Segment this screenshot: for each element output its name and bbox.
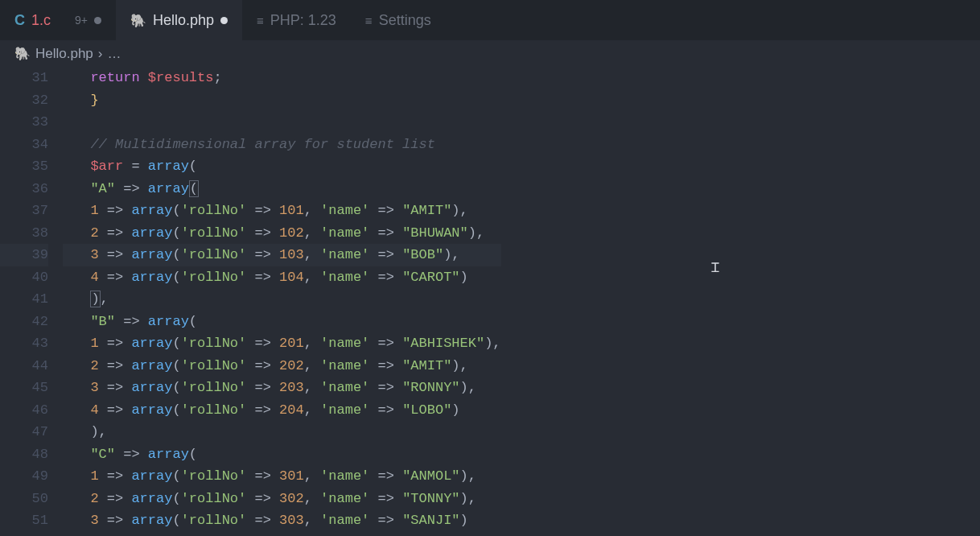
gutter: 3132333435363738394041424344454647484950…: [0, 67, 63, 532]
line-number: 41: [0, 288, 48, 311]
code-line[interactable]: "B" => array(: [63, 311, 501, 333]
line-number: 32: [0, 89, 48, 112]
line-number: 36: [0, 178, 48, 200]
lines-icon: ≡: [365, 14, 373, 27]
code-line[interactable]: 1 => array('rollNo' => 301, 'name' => "A…: [63, 465, 501, 488]
tab-label: Hello.php: [153, 12, 214, 29]
lines-icon: ≡: [257, 14, 264, 27]
code-line[interactable]: "A" => array(: [63, 178, 501, 200]
code-line[interactable]: ),: [63, 421, 501, 443]
code-line[interactable]: 1 => array('rollNo' => 201, 'name' => "A…: [63, 332, 501, 355]
line-number: 31: [0, 67, 48, 89]
line-number: 33: [0, 111, 48, 134]
code-line[interactable]: }: [63, 89, 501, 112]
line-number: 35: [0, 155, 48, 178]
tab-dirty-dot: [220, 17, 228, 24]
line-number: 50: [0, 488, 48, 510]
code-line[interactable]: return $results;: [63, 67, 501, 89]
tab-label: PHP: 1.23: [270, 12, 336, 29]
tab-settings[interactable]: ≡ Settings: [351, 0, 446, 40]
breadcrumb-sep: ›: [98, 46, 103, 62]
tab-hello-php[interactable]: 🐘 Hello.php: [116, 0, 242, 40]
line-number: 42: [0, 311, 48, 333]
code-line[interactable]: 2 => array('rollNo' => 302, 'name' => "T…: [63, 488, 501, 510]
code-line[interactable]: [63, 111, 501, 134]
line-number: 40: [0, 266, 48, 289]
code-line[interactable]: 4 => array('rollNo' => 204, 'name' => "L…: [63, 399, 501, 422]
code-line[interactable]: ),: [63, 288, 501, 311]
line-number: 44: [0, 355, 48, 377]
code-line[interactable]: 2 => array('rollNo' => 102, 'name' => "B…: [63, 222, 501, 245]
php-file-icon: 🐘: [130, 13, 146, 28]
code-line[interactable]: 3 => array('rollNo' => 303, 'name' => "S…: [63, 509, 501, 532]
line-number: 49: [0, 465, 48, 488]
code-line[interactable]: $arr = array(: [63, 155, 501, 178]
tab-bar: C 1.c 9+ 🐘 Hello.php ≡ PHP: 1.23 ≡ Setti…: [0, 0, 980, 40]
tab-label: 1.c: [31, 12, 51, 29]
line-number: 47: [0, 421, 48, 443]
code-line[interactable]: 2 => array('rollNo' => 202, 'name' => "A…: [63, 355, 501, 377]
line-number: 39: [0, 244, 48, 266]
line-number: 34: [0, 134, 48, 156]
c-file-icon: C: [14, 12, 25, 29]
breadcrumb-file: Hello.php: [35, 46, 93, 62]
code-line[interactable]: 3 => array('rollNo' => 103, 'name' => "B…: [63, 244, 501, 266]
line-number: 46: [0, 399, 48, 422]
tab-1c[interactable]: C 1.c 9+: [0, 0, 116, 40]
code-line[interactable]: 1 => array('rollNo' => 101, 'name' => "A…: [63, 200, 501, 222]
php-file-icon: 🐘: [14, 46, 31, 61]
tab-dirty-dot: [94, 17, 101, 24]
code-line[interactable]: 4 => array('rollNo' => 104, 'name' => "C…: [63, 266, 501, 289]
breadcrumb[interactable]: 🐘 Hello.php › …: [0, 40, 980, 67]
breadcrumb-rest: …: [108, 46, 121, 62]
line-number: 51: [0, 509, 48, 532]
line-number: 45: [0, 377, 48, 399]
tab-label: Settings: [379, 12, 431, 29]
line-number: 38: [0, 222, 48, 245]
text-cursor-icon: Ꮖ: [711, 261, 720, 276]
line-number: 48: [0, 443, 48, 466]
tab-php-version[interactable]: ≡ PHP: 1.23: [242, 0, 351, 40]
code-content[interactable]: return $results; } // Multidimensional a…: [63, 67, 501, 532]
code-line[interactable]: 3 => array('rollNo' => 203, 'name' => "R…: [63, 377, 501, 399]
line-number: 37: [0, 200, 48, 222]
tab-badge: 9+: [75, 14, 88, 27]
code-line[interactable]: // Multidimensional array for student li…: [63, 134, 501, 156]
code-line[interactable]: "C" => array(: [63, 443, 501, 466]
line-number: 43: [0, 332, 48, 355]
code-editor[interactable]: 3132333435363738394041424344454647484950…: [0, 67, 980, 532]
